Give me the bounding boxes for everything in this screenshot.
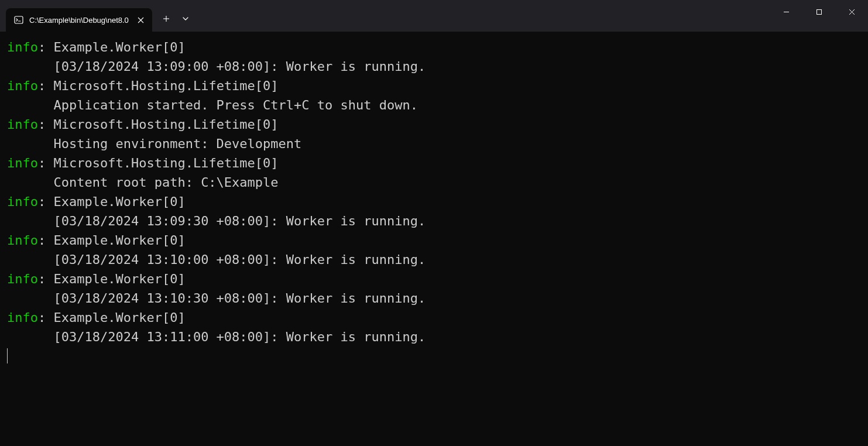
- log-source: Example.Worker[0]: [53, 310, 185, 325]
- terminal-output[interactable]: info: Example.Worker[0][03/18/2024 13:09…: [0, 32, 868, 446]
- log-separator: :: [38, 40, 54, 54]
- chevron-down-icon: [182, 15, 189, 22]
- log-separator: :: [38, 233, 54, 248]
- log-message: [03/18/2024 13:10:00 +08:00]: Worker is …: [7, 250, 861, 269]
- minimize-button[interactable]: [770, 0, 802, 23]
- titlebar: C:\Example\bin\Debug\net8.0: [0, 0, 868, 32]
- tab-title: C:\Example\bin\Debug\net8.0: [29, 16, 129, 25]
- svg-rect-7: [816, 9, 821, 14]
- titlebar-left: C:\Example\bin\Debug\net8.0: [0, 0, 194, 32]
- minimize-icon: [783, 9, 790, 15]
- log-source: Example.Worker[0]: [53, 233, 185, 248]
- log-separator: :: [38, 272, 54, 286]
- log-source: Example.Worker[0]: [53, 194, 185, 209]
- log-separator: :: [38, 78, 54, 93]
- terminal-tab[interactable]: C:\Example\bin\Debug\net8.0: [6, 8, 152, 32]
- tab-dropdown-button[interactable]: [177, 8, 194, 29]
- log-separator: :: [38, 310, 54, 325]
- log-message: [03/18/2024 13:11:00 +08:00]: Worker is …: [7, 327, 861, 346]
- log-header-line: info: Microsoft.Hosting.Lifetime[0]: [7, 153, 861, 173]
- log-message: Content root path: C:\Example: [7, 173, 861, 192]
- log-header-line: info: Example.Worker[0]: [7, 308, 861, 327]
- close-icon: [138, 17, 144, 23]
- log-separator: :: [38, 194, 54, 209]
- log-separator: :: [38, 156, 54, 170]
- log-level: info: [7, 78, 38, 93]
- log-message: Application started. Press Ctrl+C to shu…: [7, 95, 861, 115]
- log-level: info: [7, 272, 38, 286]
- svg-rect-0: [15, 16, 23, 23]
- log-message: [03/18/2024 13:09:30 +08:00]: Worker is …: [7, 211, 861, 231]
- new-tab-button[interactable]: [156, 8, 177, 29]
- maximize-button[interactable]: [802, 0, 835, 23]
- plus-icon: [163, 15, 170, 22]
- log-source: Example.Worker[0]: [53, 40, 185, 54]
- window-close-button[interactable]: [835, 0, 868, 23]
- log-level: info: [7, 117, 38, 132]
- log-source: Microsoft.Hosting.Lifetime[0]: [53, 156, 278, 170]
- log-header-line: info: Microsoft.Hosting.Lifetime[0]: [7, 76, 861, 95]
- window-controls: [770, 0, 868, 32]
- log-level: info: [7, 194, 38, 209]
- log-source: Microsoft.Hosting.Lifetime[0]: [53, 78, 278, 93]
- log-source: Microsoft.Hosting.Lifetime[0]: [53, 117, 278, 132]
- log-level: info: [7, 156, 38, 170]
- cursor-line: [7, 346, 861, 366]
- log-header-line: info: Example.Worker[0]: [7, 37, 861, 57]
- log-level: info: [7, 40, 38, 54]
- terminal-icon: [14, 15, 23, 25]
- log-separator: :: [38, 117, 54, 132]
- tab-close-button[interactable]: [135, 14, 146, 26]
- log-header-line: info: Example.Worker[0]: [7, 269, 861, 289]
- log-level: info: [7, 233, 38, 248]
- log-header-line: info: Microsoft.Hosting.Lifetime[0]: [7, 115, 861, 134]
- log-source: Example.Worker[0]: [53, 272, 185, 286]
- maximize-icon: [816, 9, 822, 15]
- log-message: [03/18/2024 13:09:00 +08:00]: Worker is …: [7, 57, 861, 76]
- log-message: Hosting environment: Development: [7, 134, 861, 153]
- log-message: [03/18/2024 13:10:30 +08:00]: Worker is …: [7, 289, 861, 308]
- close-icon: [849, 9, 855, 15]
- cursor: [7, 348, 8, 363]
- log-header-line: info: Example.Worker[0]: [7, 192, 861, 211]
- log-header-line: info: Example.Worker[0]: [7, 231, 861, 250]
- log-level: info: [7, 310, 38, 325]
